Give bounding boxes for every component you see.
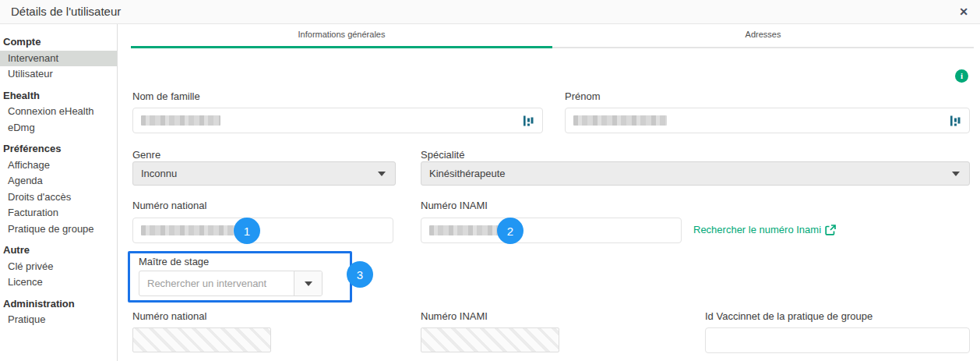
close-icon[interactable]: ✕ [959, 0, 968, 23]
group-numero-national-label: Numéro national [132, 310, 206, 322]
numero-inami-label: Numéro INAMI [421, 200, 488, 211]
sidebar-section-preferences: Préférences [0, 141, 117, 157]
sidebar-section-administration: Administration [0, 296, 117, 313]
step-badge-3: 3 [347, 261, 373, 288]
maitre-de-stage-combobox [139, 271, 323, 296]
group-numero-inami-field-disabled [421, 327, 559, 352]
sidebar-section-compte: Compte [0, 34, 117, 51]
redacted-value [429, 225, 502, 235]
external-link-icon [825, 225, 836, 235]
numero-inami-field[interactable]: 005 [421, 218, 682, 243]
sidebar-section-autre: Autre [0, 242, 117, 259]
chevron-down-icon [952, 172, 960, 176]
dialog-title: Détails de l'utilisateur [11, 0, 121, 23]
chevron-down-icon [378, 172, 386, 176]
user-details-dialog: Détails de l'utilisateur ✕ Compte Interv… [0, 0, 980, 361]
sidebar-item-facturation[interactable]: Facturation [0, 205, 117, 221]
main-panel: Informations générales Adresses i Nom de… [118, 24, 980, 361]
specialite-label: Spécialité [421, 149, 464, 161]
numero-national-label: Numéro national [132, 200, 206, 211]
sidebar-item-agenda[interactable]: Agenda [0, 173, 117, 189]
equalizer-bars-icon [523, 115, 534, 127]
chevron-down-icon [305, 281, 312, 286]
sidebar-item-pratique-de-groupe[interactable]: Pratique de groupe [0, 221, 117, 238]
tab-informations-generales[interactable]: Informations générales [131, 24, 552, 47]
equalizer-bars-icon [950, 115, 961, 127]
redacted-value [141, 115, 220, 126]
maitre-de-stage-input[interactable] [139, 271, 294, 296]
sidebar-section-ehealth: Ehealth [0, 88, 117, 104]
group-numero-inami-label: Numéro INAMI [421, 310, 488, 322]
vaccinnet-id-label: Id Vaccinnet de la pratique de groupe [705, 310, 872, 322]
step-badge-2: 2 [497, 218, 523, 244]
genre-value: Inconnu [141, 168, 177, 179]
sidebar-item-connexion-ehealth[interactable]: Connexion eHealth [0, 104, 117, 120]
dialog-titlebar: Détails de l'utilisateur ✕ [0, 0, 980, 24]
specialite-select[interactable]: Kinésithérapeute [421, 161, 970, 186]
search-inami-link[interactable]: Rechercher le numéro Inami [693, 224, 836, 235]
first-name-label: Prénom [565, 90, 601, 102]
family-name-field[interactable] [132, 108, 543, 133]
redacted-value [573, 115, 667, 126]
info-icon[interactable]: i [955, 69, 968, 83]
sidebar-item-intervenant[interactable]: Intervenant [0, 51, 117, 67]
genre-select[interactable]: Inconnu [132, 161, 396, 186]
combobox-dropdown-button[interactable] [294, 271, 322, 296]
family-name-label: Nom de famille [132, 90, 200, 102]
tab-bar: Informations générales Adresses [131, 24, 974, 48]
numero-national-field[interactable] [132, 218, 393, 243]
sidebar-item-affichage[interactable]: Affichage [0, 157, 117, 174]
tab-adresses[interactable]: Adresses [552, 24, 974, 47]
maitre-de-stage-label: Maître de stage [139, 256, 209, 267]
vaccinnet-id-input[interactable] [705, 327, 970, 353]
sidebar-item-utilisateur[interactable]: Utilisateur [0, 66, 117, 83]
sidebar-item-droits-acces[interactable]: Droits d'accès [0, 189, 117, 206]
sidebar-item-licence[interactable]: Licence [0, 274, 117, 291]
sidebar-item-edmg[interactable]: eDmg [0, 120, 117, 136]
step-badge-1: 1 [234, 218, 260, 244]
sidebar-item-pratique[interactable]: Pratique [0, 312, 117, 328]
genre-label: Genre [132, 149, 160, 161]
specialite-value: Kinésithérapeute [429, 168, 506, 179]
group-numero-national-field-disabled [132, 327, 271, 352]
first-name-field[interactable] [565, 108, 970, 133]
search-inami-link-label: Rechercher le numéro Inami [693, 224, 821, 235]
settings-sidebar: Compte Intervenant Utilisateur Ehealth C… [0, 24, 118, 361]
sidebar-item-cle-privee[interactable]: Clé privée [0, 259, 117, 275]
